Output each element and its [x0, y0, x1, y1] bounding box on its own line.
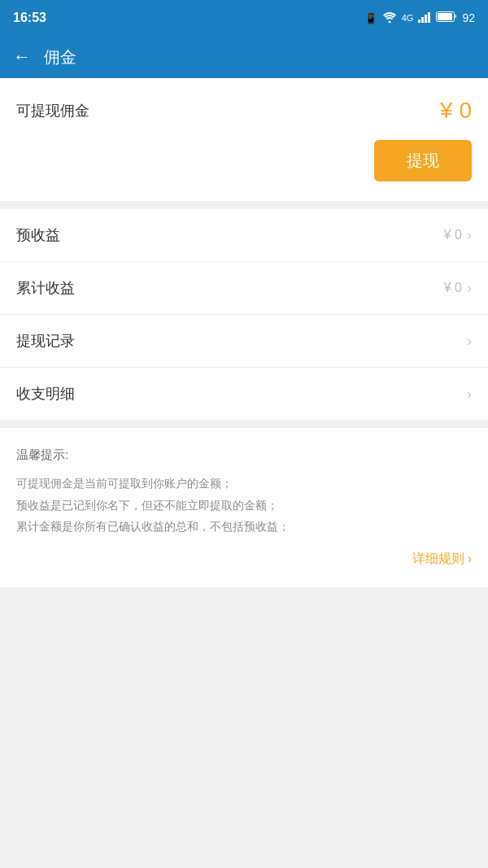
tips-footer: 详细规则 ›: [16, 551, 472, 568]
svg-rect-3: [425, 15, 427, 23]
menu-item-expected-income[interactable]: 预收益 ¥ 0 ›: [0, 209, 488, 262]
commission-row: 可提现佣金 ¥ 0: [16, 98, 472, 124]
wifi-icon: [382, 11, 397, 25]
menu-item-total-income[interactable]: 累计收益 ¥ 0 ›: [0, 262, 488, 315]
battery-percentage: 92: [462, 11, 475, 24]
menu-item-label: 预收益: [16, 225, 60, 245]
commission-label: 可提现佣金: [16, 101, 89, 120]
expected-income-amount: ¥ 0: [444, 228, 462, 242]
svg-rect-1: [418, 20, 420, 23]
page-title: 佣金: [44, 46, 76, 68]
menu-item-income-expense-detail[interactable]: 收支明细 ›: [0, 368, 488, 420]
status-icons: 📱 4G 92: [364, 11, 475, 25]
status-time: 16:53: [13, 11, 46, 25]
tips-section: 温馨提示: 可提现佣金是当前可提取到你账户的金额； 预收益是已记到你名下，但还不…: [0, 428, 488, 587]
status-bar: 16:53 📱 4G: [0, 0, 488, 36]
menu-item-right: ›: [467, 386, 472, 403]
svg-rect-4: [428, 12, 430, 23]
nav-bar: ← 佣金: [0, 36, 488, 78]
svg-point-0: [388, 20, 390, 23]
signal-bars: [418, 11, 431, 25]
menu-item-right: ¥ 0 ›: [444, 227, 472, 244]
phone-icon: 📱: [364, 12, 377, 24]
main-content: 可提现佣金 ¥ 0 提现 预收益 ¥ 0 › 累计收益 ¥ 0 › 提现记录: [0, 78, 488, 868]
commission-value: ¥ 0: [440, 98, 472, 124]
menu-list: 预收益 ¥ 0 › 累计收益 ¥ 0 › 提现记录 › 收支明细 ›: [0, 209, 488, 420]
detail-rules-chevron-icon: ›: [468, 552, 472, 566]
withdraw-button[interactable]: 提现: [374, 140, 472, 181]
detail-rules-link[interactable]: 详细规则: [412, 551, 464, 568]
chevron-right-icon: ›: [467, 333, 472, 350]
menu-item-label: 累计收益: [16, 278, 75, 298]
svg-rect-6: [438, 13, 452, 20]
chevron-right-icon: ›: [467, 386, 472, 403]
commission-card: 可提现佣金 ¥ 0 提现: [0, 78, 488, 201]
menu-item-label: 提现记录: [16, 331, 75, 351]
tips-content: 可提现佣金是当前可提取到你账户的金额； 预收益是已记到你名下，但还不能立即提取的…: [16, 473, 472, 538]
svg-rect-2: [421, 17, 424, 23]
battery-icon: [436, 11, 457, 24]
menu-item-withdrawal-records[interactable]: 提现记录 ›: [0, 315, 488, 368]
chevron-right-icon: ›: [467, 227, 472, 244]
menu-item-right: ¥ 0 ›: [444, 280, 472, 297]
back-button[interactable]: ←: [13, 46, 31, 68]
tips-title: 温馨提示:: [16, 447, 472, 463]
total-income-amount: ¥ 0: [444, 281, 462, 295]
withdraw-btn-row: 提现: [16, 140, 472, 181]
menu-item-label: 收支明细: [16, 384, 75, 403]
chevron-right-icon: ›: [467, 280, 472, 297]
signal-text: 4G: [402, 13, 414, 23]
menu-item-right: ›: [467, 333, 472, 350]
